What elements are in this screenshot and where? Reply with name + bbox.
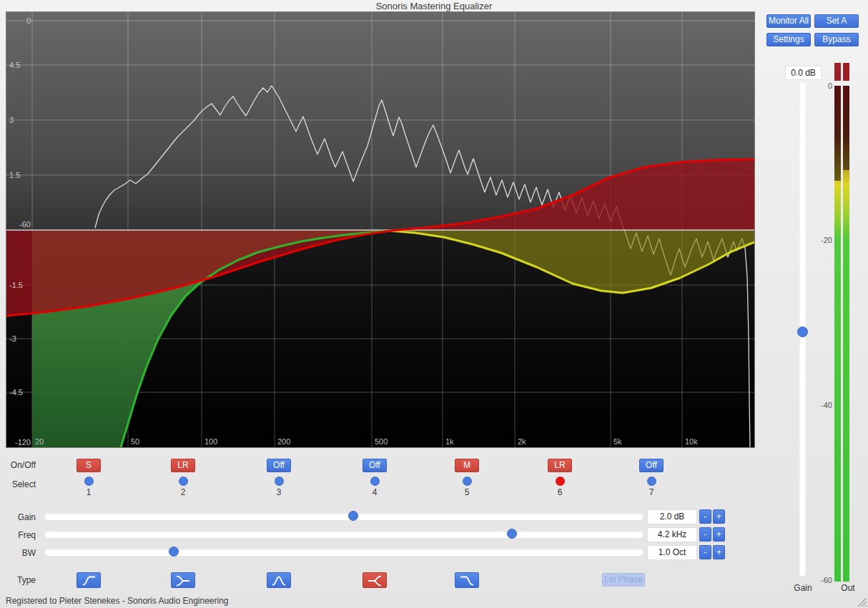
band-column: Off7 (624, 458, 679, 497)
output-gain-fader-thumb[interactable] (797, 327, 808, 337)
output-meter (834, 63, 849, 582)
band-column: Off4 (347, 458, 402, 497)
band-number: 1 (61, 487, 116, 497)
bw-slider-label: BW (6, 548, 36, 558)
db-axis-label: 4.5 (9, 61, 20, 69)
gain-slider-thumb[interactable] (348, 511, 358, 521)
type-row-label: Type (6, 575, 36, 585)
band-number: 2 (156, 487, 210, 497)
band-7-select-radio[interactable] (647, 477, 656, 486)
highpass-icon (80, 573, 97, 589)
meter-scale-label: -20 (808, 236, 832, 244)
freq-axis-label: 2k (518, 437, 526, 446)
output-gain-fader-track[interactable] (799, 82, 806, 577)
band-number: 7 (624, 487, 679, 497)
highpass-type-button[interactable] (77, 572, 101, 588)
gain-fader-label: Gain (787, 583, 819, 593)
registration-text: Registered to Pieter Stenekes - Sonoris … (6, 596, 229, 606)
band-5-onoff-button[interactable]: M (455, 459, 479, 472)
band-column: Off3 (252, 458, 306, 497)
right-meter-bar (843, 63, 849, 582)
band-1-select-radio[interactable] (84, 477, 94, 486)
monitor-all-button[interactable]: Monitor All (766, 14, 811, 28)
freq-axis-label: 5k (613, 437, 622, 446)
band-5-select-radio[interactable] (463, 477, 472, 486)
gain-decrement-button[interactable]: - (699, 509, 711, 524)
select-row-label: Select (6, 479, 36, 489)
highshelf-icon (366, 573, 383, 589)
db-axis-label: -60 (19, 220, 31, 229)
freq-slider-label: Freq (6, 530, 36, 540)
db-axis-label: -120 (15, 438, 31, 447)
db-axis-label: 0 (26, 16, 31, 25)
clip-indicator[interactable] (834, 63, 841, 81)
lowpass-icon (458, 573, 475, 589)
left-meter-bar (834, 63, 841, 582)
band-number: 6 (533, 487, 587, 497)
window-title: Sonoris Mastering Equalizer (0, 0, 868, 12)
resize-grip[interactable] (853, 593, 867, 607)
lowshelf-icon (174, 573, 192, 589)
band-3-select-radio[interactable] (275, 477, 284, 486)
db-axis-label: 3 (9, 116, 14, 124)
eq-graph-svg[interactable]: 04.531.5-60-1.5-3-4.5-12020501002005001k… (6, 12, 754, 447)
bell-type-button[interactable] (267, 572, 291, 588)
freq-axis-label: 1k (445, 437, 454, 446)
bw-slider-track[interactable] (44, 549, 643, 556)
bw-slider-thumb[interactable] (169, 547, 179, 557)
meter-scale-label: -40 (808, 401, 832, 409)
onoff-row-label: On/Off (6, 460, 36, 470)
settings-button[interactable]: Settings (766, 33, 811, 46)
band-column: S1 (61, 458, 116, 497)
freq-axis-label: 100 (204, 437, 217, 446)
band-4-onoff-button[interactable]: Off (363, 459, 387, 472)
freq-axis-label: 200 (277, 437, 290, 446)
freq-axis-label: 50 (131, 437, 139, 446)
freq-increment-button[interactable]: + (713, 527, 725, 542)
eq-graph-area[interactable]: 04.531.5-60-1.5-3-4.5-12020501002005001k… (6, 11, 755, 448)
band-6-select-radio[interactable] (556, 477, 565, 486)
db-axis-label: -3 (9, 334, 16, 343)
gain-slider-label: Gain (6, 512, 36, 522)
db-axis-label: -1.5 (9, 281, 23, 289)
meter-gradient (843, 86, 849, 582)
band-7-onoff-button[interactable]: Off (639, 459, 664, 472)
band-2-onoff-button[interactable]: LR (171, 459, 195, 472)
meter-unlit-overlay (834, 86, 841, 181)
band-number: 4 (347, 487, 402, 497)
band-4-select-radio[interactable] (370, 477, 380, 486)
freq-slider-track[interactable] (44, 531, 643, 538)
output-gain-value[interactable]: 0.0 dB (785, 66, 822, 80)
meter-unlit-overlay (843, 86, 849, 170)
freq-decrement-button[interactable]: - (699, 527, 711, 542)
gain-slider-track[interactable] (44, 513, 643, 520)
meter-gradient (834, 86, 841, 582)
freq-value-field[interactable]: 4.2 kHz (647, 527, 697, 542)
gain-value-field[interactable]: 2.0 dB (647, 509, 697, 524)
db-axis-label: 1.5 (9, 171, 20, 179)
lin-phase-button[interactable]: Lin Phase (602, 573, 645, 587)
lowshelf-type-button[interactable] (171, 572, 195, 588)
highshelf-type-button[interactable] (363, 572, 387, 588)
freq-slider-thumb[interactable] (507, 529, 517, 539)
freq-axis-label: 20 (35, 437, 44, 446)
clip-indicator[interactable] (843, 63, 849, 81)
meter-scale-label: 0 (808, 81, 832, 90)
band-number: 3 (252, 487, 306, 497)
band-column: M5 (440, 458, 494, 497)
bypass-button[interactable]: Bypass (814, 33, 859, 46)
band-3-onoff-button[interactable]: Off (267, 459, 291, 472)
bw-increment-button[interactable]: + (713, 545, 725, 559)
band-column: LR6 (533, 458, 587, 497)
band-number: 5 (440, 487, 494, 497)
bw-decrement-button[interactable]: - (699, 545, 711, 559)
band-6-onoff-button[interactable]: LR (548, 459, 572, 472)
lowpass-type-button[interactable] (455, 572, 479, 588)
band-1-onoff-button[interactable]: S (77, 459, 101, 472)
freq-axis-label: 500 (375, 437, 388, 446)
gain-increment-button[interactable]: + (713, 509, 725, 524)
bw-value-field[interactable]: 1.0 Oct (647, 545, 697, 560)
freq-axis-label: 10k (685, 437, 698, 446)
band-2-select-radio[interactable] (179, 477, 188, 486)
set-a-button[interactable]: Set A (814, 14, 859, 28)
